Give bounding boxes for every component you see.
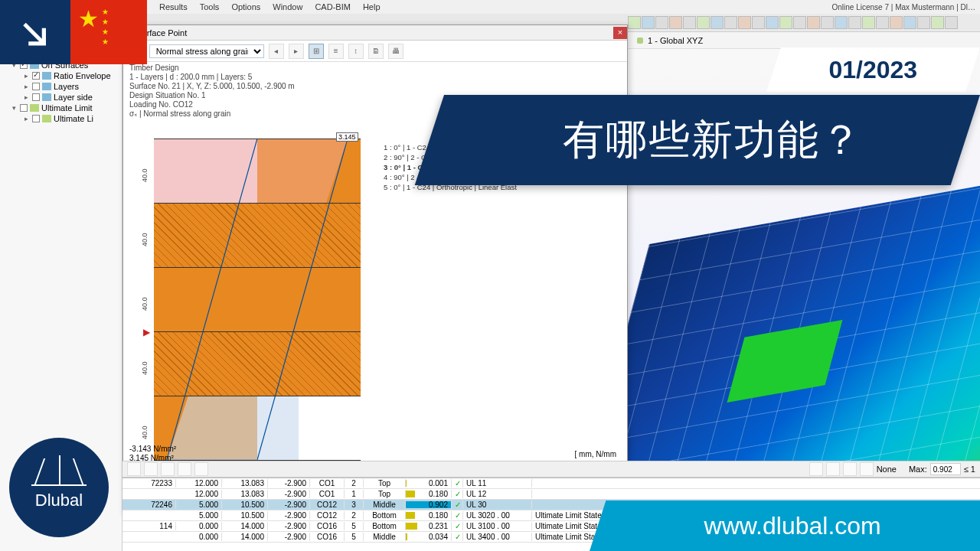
filter-none[interactable]: None [877,465,897,474]
promo-flag-cn: ★ ★★★★ [70,0,147,64]
view-options-icon[interactable]: ≡ [328,44,344,59]
tool-icon[interactable] [821,16,834,29]
nav-prev-icon[interactable]: ◂ [269,44,284,59]
tool-icon[interactable] [628,16,641,29]
tool-icon[interactable] [669,16,682,29]
menu-results[interactable]: Results [153,2,194,11]
result-toolbar: None Max: ≤ 1 [122,461,980,478]
result-tool-icon[interactable] [826,462,840,476]
tool-icon[interactable] [890,16,903,29]
diagram-mode-icon[interactable]: ⊞ [309,44,324,59]
limit-label: ≤ 1 [964,465,975,474]
stress-diagram: 40.0 40.0 40.0 40.0 40.0 3.145 -3.143 ▶ [154,139,361,460]
result-mesh [628,158,980,461]
star-icon: ★ [78,8,99,31]
main-toolbar [628,14,980,32]
result-tool-icon[interactable] [809,462,823,476]
promo-title-banner: 有哪些新功能？ [415,95,980,185]
tool-icon[interactable] [848,16,861,29]
tree-item[interactable]: ▸Layers [2,81,120,92]
tool-icon[interactable] [683,16,696,29]
result-tool-icon[interactable] [161,462,175,476]
dialog-close-button[interactable]: × [613,27,627,39]
result-tool-icon[interactable] [843,462,857,476]
max-label: Max: [909,465,927,474]
tool-icon[interactable] [862,16,875,29]
max-value-input[interactable] [930,463,961,475]
nav-next-icon[interactable]: ▸ [289,44,304,59]
current-layer-marker: ▶ [143,327,150,337]
tree-item[interactable]: ▸Ratio Envelope [2,70,120,81]
tree-item[interactable]: ▸Ultimate Li [2,113,120,124]
arrow-down-right-icon [19,16,51,48]
tool-icon[interactable] [931,16,944,29]
menu-window[interactable]: Window [266,2,309,11]
menu-help[interactable]: Help [357,2,387,11]
tool-icon[interactable] [835,16,848,29]
tool-icon[interactable] [738,16,751,29]
bridge-icon [31,465,87,486]
tool-icon[interactable] [945,16,958,29]
table-row[interactable]: 12.00013.083-2.900CO11Top0.180✓UL 12 [122,489,980,500]
table-row[interactable]: 7223312.00013.083-2.900CO12Top0.001✓UL 1… [122,478,980,489]
result-tool-icon[interactable] [127,462,141,476]
units-label: [ mm, N/mm [575,450,616,458]
menu-tools[interactable]: Tools [194,2,226,11]
export-icon[interactable]: 🗎 [368,44,384,59]
stress-max-value: 3.145 [336,132,358,142]
sort-icon[interactable]: ↕ [348,44,364,59]
tool-icon[interactable] [697,16,710,29]
tool-icon[interactable] [793,16,806,29]
menu-options[interactable]: Options [225,2,266,11]
view-tabbar: 1 - Global XYZ [628,32,980,49]
result-tool-icon[interactable] [144,462,158,476]
result-tool-icon[interactable] [194,462,208,476]
result-tool-icon[interactable] [860,462,874,476]
tool-icon[interactable] [876,16,889,29]
tool-icon[interactable] [724,16,737,29]
tool-icon[interactable] [655,16,668,29]
dialog-titlebar[interactable]: n Surface Point × [123,25,627,41]
menubar: Results Tools Options Window CAD-BIM Hel… [0,0,980,14]
menu-cadbim[interactable]: CAD-BIM [309,2,356,11]
promo-date-badge: 01/2023 [766,47,980,92]
result-tool-icon[interactable] [178,462,191,476]
promo-url-banner: www.dlubal.com [590,500,980,551]
stress-type-select[interactable]: Normal stress along grain [149,44,264,58]
tree-item[interactable]: ▸Layer side [2,92,120,103]
view-name[interactable]: 1 - Global XYZ [648,36,703,45]
dialog-toolbar: σₓ Normal stress along grain ◂ ▸ ⊞ ≡ ↕ 🗎… [123,41,627,62]
tool-icon[interactable] [779,16,792,29]
promo-logo: Dlubal [9,438,109,537]
tool-icon[interactable] [710,16,724,29]
print-icon[interactable]: 🖶 [388,44,403,59]
license-info: Online License 7 | Max Mustermann | Dl… [832,3,981,11]
promo-arrow-badge [0,0,70,64]
tool-icon[interactable] [917,16,930,29]
tool-icon[interactable] [766,16,779,29]
view-active-icon [637,37,643,44]
design-info: Timber Design 1 - Layers | d : 200.0 mm … [129,64,295,119]
tool-icon[interactable] [807,16,820,29]
tool-icon[interactable] [903,16,916,29]
tool-icon[interactable] [752,16,765,29]
tree-item[interactable]: ▾Ultimate Limit [2,103,120,113]
tool-icon[interactable] [642,16,655,29]
